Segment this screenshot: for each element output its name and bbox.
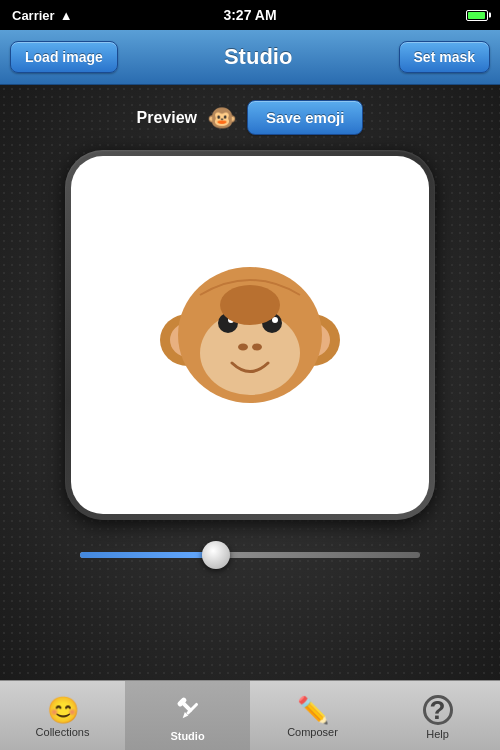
- monkey-image: [150, 235, 350, 435]
- studio-icon: [173, 693, 203, 727]
- slider-thumb[interactable]: [202, 541, 230, 569]
- nav-title: Studio: [224, 44, 292, 70]
- time-label: 3:27 AM: [223, 7, 276, 23]
- collections-icon: 😊: [47, 697, 79, 723]
- carrier-label: Carrier: [12, 8, 55, 23]
- nav-bar: Load image Studio Set mask: [0, 30, 500, 85]
- image-inner: [71, 156, 429, 514]
- help-label: Help: [426, 728, 449, 740]
- save-emoji-button[interactable]: Save emoji: [247, 100, 363, 135]
- help-icon: ?: [423, 695, 453, 725]
- composer-label: Composer: [287, 726, 338, 738]
- tab-studio[interactable]: Studio: [125, 681, 250, 750]
- slider-fill: [80, 552, 216, 558]
- studio-label: Studio: [170, 730, 204, 742]
- preview-emoji-icon: 🐵: [207, 106, 237, 130]
- preview-label: Preview: [137, 109, 197, 127]
- tab-bar: 😊 Collections Studio ✏️ Composer: [0, 680, 500, 750]
- svg-point-10: [238, 344, 248, 351]
- tab-help[interactable]: ? Help: [375, 681, 500, 750]
- svg-point-11: [252, 344, 262, 351]
- slider-container[interactable]: [80, 540, 420, 570]
- tab-collections[interactable]: 😊 Collections: [0, 681, 125, 750]
- svg-point-12: [220, 285, 280, 325]
- main-content: Preview 🐵 Save emoji: [0, 85, 500, 680]
- tab-composer[interactable]: ✏️ Composer: [250, 681, 375, 750]
- status-bar: Carrier ▲ 3:27 AM: [0, 0, 500, 30]
- image-frame: [65, 150, 435, 520]
- slider-track: [80, 552, 420, 558]
- set-mask-button[interactable]: Set mask: [399, 41, 490, 73]
- collections-label: Collections: [36, 726, 90, 738]
- load-image-button[interactable]: Load image: [10, 41, 118, 73]
- preview-row: Preview 🐵 Save emoji: [137, 100, 364, 135]
- wifi-icon: ▲: [60, 8, 73, 23]
- battery-icon: [466, 10, 488, 21]
- composer-icon: ✏️: [297, 697, 329, 723]
